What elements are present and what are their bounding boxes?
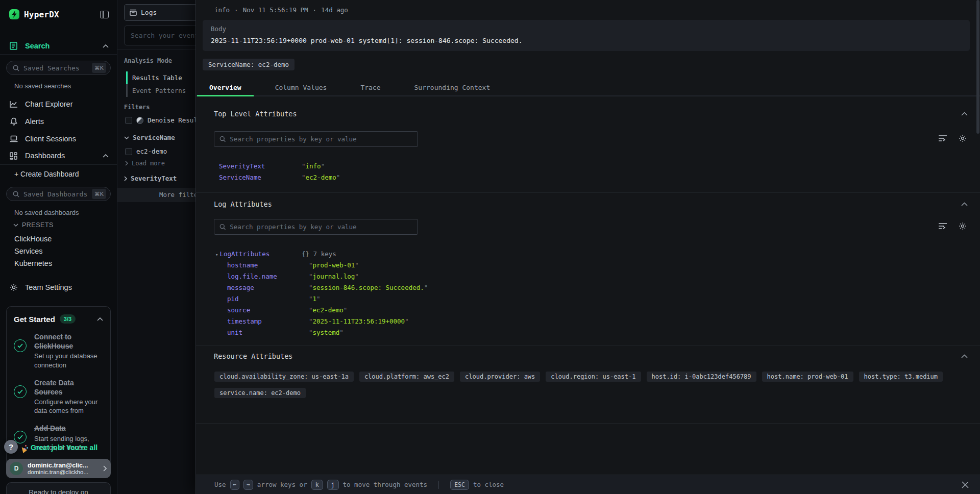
attribute-key[interactable]: hostname (219, 261, 309, 269)
section-title: Top Level Attributes (214, 110, 297, 118)
get-started-item[interactable]: Connect to ClickHouse Set up your databa… (14, 332, 103, 369)
avatar: D (10, 462, 23, 475)
resource-badge[interactable]: cloud.provider: aws (460, 372, 540, 382)
attribute-value[interactable]: ec2-demo (313, 306, 344, 314)
saved-dashboards-input[interactable]: Saved Dashboards ⌘K (6, 187, 111, 201)
properties-search[interactable] (214, 219, 418, 235)
gear-icon[interactable] (959, 134, 967, 142)
tab-trace[interactable]: Trace (348, 79, 393, 96)
saved-searches-input[interactable]: Saved Searches ⌘K (6, 61, 111, 75)
filter-checkbox[interactable] (125, 148, 132, 155)
chevron-up-icon[interactable] (97, 317, 103, 321)
user-account-button[interactable]: D dominic.tran@clic... dominic.tran@clic… (6, 459, 111, 478)
sidebar-item-client-sessions[interactable]: Client Sessions (0, 133, 117, 145)
kbd-k: k (311, 480, 323, 490)
filter-value-ec2-demo[interactable]: ec2-demo (125, 147, 167, 155)
filter-group-servicename[interactable]: ServiceName (124, 134, 175, 141)
attribute-key[interactable]: SeverityText (219, 162, 302, 170)
attribute-key[interactable]: source (219, 306, 309, 314)
resource-badge[interactable]: cloud.platform: aws_ec2 (359, 372, 454, 382)
resource-badge[interactable]: cloud.region: us-east-1 (546, 372, 641, 382)
tab-overview[interactable]: Overview (197, 79, 254, 96)
event-search-input[interactable]: Search your events... (124, 26, 195, 45)
resource-badge[interactable]: host.id: i-0abc123def456789 (647, 372, 756, 382)
mode-event-patterns[interactable]: Event Patterns (126, 84, 195, 97)
load-more-button[interactable]: Load more (125, 160, 165, 167)
kbd-cmd-k: ⌘K (92, 63, 106, 73)
source-selector[interactable]: Logs (124, 4, 195, 21)
event-header: info · Nov 11 5:56:19 PM · 14d ago (196, 0, 980, 14)
tab-column-values[interactable]: Column Values (263, 79, 339, 96)
load-more-label: Load more (132, 160, 165, 167)
attribute-value[interactable]: 2025-11-11T23:56:19+0000 (313, 317, 405, 325)
scrollbar[interactable] (976, 0, 980, 494)
resource-badge[interactable]: host.name: prod-web-01 (762, 372, 853, 382)
filter-group-severitytext[interactable]: SeverityText (124, 175, 177, 182)
properties-search-input[interactable] (230, 223, 412, 231)
attribute-value[interactable]: info (306, 162, 321, 170)
sidebar-item-dashboards[interactable]: Dashboards (0, 150, 117, 162)
chevron-up-icon[interactable] (961, 354, 968, 358)
preset-item[interactable]: Kubernetes (14, 257, 52, 269)
properties-search[interactable] (214, 131, 418, 147)
presets-toggle[interactable]: PRESETS (13, 221, 54, 229)
quote (309, 329, 313, 336)
chevron-up-icon[interactable] (103, 154, 109, 158)
separator-dot: · (313, 6, 317, 14)
more-filters-label: More filters (159, 188, 195, 202)
sidebar-item-alerts[interactable]: Alerts (0, 115, 117, 128)
chevron-up-icon[interactable] (103, 44, 109, 48)
quote (309, 261, 313, 269)
service-name-chip[interactable]: ServiceName: ec2-demo (203, 59, 295, 70)
preset-item[interactable]: Services (14, 245, 52, 257)
resource-attributes-section: Resource Attributes cloud.availability_z… (196, 352, 980, 424)
chevron-up-icon[interactable] (961, 202, 968, 206)
resource-badge[interactable]: host.type: t3.medium (859, 372, 943, 382)
line-wrap-icon[interactable] (938, 135, 947, 142)
sidebar-item-label: Chart Explorer (25, 100, 72, 108)
properties-search-input[interactable] (230, 135, 412, 143)
sidebar-item-team-settings[interactable]: Team Settings (0, 281, 117, 293)
preset-item[interactable]: ClickHouse (14, 233, 52, 245)
attribute-root-key[interactable]: ▾LogAttributes (215, 250, 302, 258)
quote (309, 295, 313, 303)
attribute-value[interactable]: 1 (313, 295, 317, 303)
laptop-icon (9, 135, 18, 142)
get-started-item[interactable]: Create Data Sources Configure where your… (14, 378, 103, 415)
create-dashboard-button[interactable]: + Create Dashboard (14, 170, 79, 178)
attribute-key[interactable]: timestamp (219, 317, 309, 325)
attribute-key[interactable]: ServiceName (219, 174, 302, 181)
attribute-key[interactable]: pid (219, 295, 309, 303)
attribute-value[interactable]: systemd (313, 329, 340, 336)
deploy-teaser-card[interactable]: Ready to deploy on (6, 482, 111, 494)
help-button[interactable]: ? (4, 440, 18, 454)
resource-badge[interactable]: service.name: ec2-demo (214, 388, 306, 398)
attribute-value[interactable]: journal.log (313, 273, 355, 280)
denoise-checkbox[interactable] (125, 117, 132, 124)
close-icon[interactable] (962, 481, 969, 488)
tab-surrounding-context[interactable]: Surrounding Context (402, 79, 503, 96)
sidebar-item-label: Search (25, 42, 50, 50)
mode-label: Event Patterns (132, 87, 186, 94)
mode-results-table[interactable]: Results Table (126, 71, 195, 84)
denoise-results-row[interactable]: Denoise Results (125, 116, 195, 124)
line-wrap-icon[interactable] (938, 223, 947, 230)
attribute-key[interactable]: log.file.name (219, 273, 309, 280)
resource-badge[interactable]: cloud.availability_zone: us-east-1a (214, 372, 354, 382)
footer-text: to close (473, 481, 504, 488)
event-detail-drawer: info · Nov 11 5:56:19 PM · 14d ago Body … (195, 0, 980, 494)
attribute-key[interactable]: message (219, 284, 309, 291)
sidebar-item-chart-explorer[interactable]: Chart Explorer (0, 98, 117, 110)
attribute-value[interactable]: session-846.scope: Succeeded. (313, 284, 424, 291)
gear-icon[interactable] (959, 222, 967, 230)
collapse-sidebar-icon[interactable] (100, 11, 109, 18)
attribute-key[interactable]: unit (219, 329, 309, 336)
resource-attribute-badges: cloud.availability_zone: us-east-1acloud… (214, 372, 968, 398)
scrollbar-thumb[interactable] (976, 0, 979, 134)
chevron-up-icon[interactable] (961, 112, 968, 116)
sidebar-item-search[interactable]: Search (0, 40, 117, 52)
attribute-value[interactable]: prod-web-01 (313, 261, 355, 269)
more-filters-button[interactable]: More filters (117, 188, 195, 202)
attribute-value[interactable]: ec2-demo (306, 174, 336, 181)
check-circle-icon (14, 378, 34, 415)
